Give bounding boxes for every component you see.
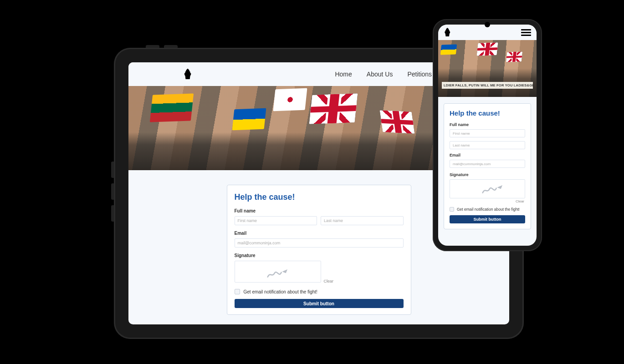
hero-image-mobile: LDIER FALLS, PUTIN WILL ME FOR YOU LADIE… [438, 40, 537, 97]
notify-checkbox-label: Get email notification about the fight! [457, 207, 520, 212]
hamburger-menu-icon[interactable] [521, 29, 531, 36]
phone-screen: LDIER FALLS, PUTIN WILL ME FOR YOU LADIE… [438, 25, 537, 246]
notify-checkbox[interactable] [450, 207, 454, 212]
flag-icon [477, 42, 498, 56]
flag-icon [232, 108, 266, 130]
petition-form: Help the cause! Full name First name Las… [227, 185, 411, 315]
phone-device: LDIER FALLS, PUTIN WILL ME FOR YOU LADIE… [433, 19, 542, 251]
signature-pad[interactable] [235, 261, 321, 283]
last-name-input[interactable]: Last name [450, 141, 525, 149]
form-title: Help the cause! [450, 109, 525, 117]
flag-icon [506, 51, 522, 62]
first-name-input[interactable]: First name [450, 129, 525, 137]
flag-icon [309, 93, 358, 124]
flag-icon [150, 93, 194, 122]
first-name-input[interactable]: First name [235, 216, 317, 225]
label-signature: Signature [235, 253, 404, 258]
phone-camera-icon [485, 22, 490, 27]
label-full-name: Full name [235, 208, 404, 213]
nav-item-home[interactable]: Home [335, 71, 352, 78]
signature-mark-icon [482, 184, 505, 195]
petition-form-mobile: Help the cause! Full name First name Las… [444, 103, 531, 229]
logo-fist-icon [444, 27, 452, 37]
label-signature: Signature [450, 172, 525, 177]
label-email: Email [450, 153, 525, 157]
label-full-name: Full name [450, 122, 525, 127]
label-email: Email [235, 231, 404, 236]
flag-icon [273, 88, 307, 111]
flag-icon [380, 110, 415, 134]
tablet-top-buttons [146, 45, 182, 48]
flag-icon [440, 44, 457, 55]
notify-checkbox[interactable] [235, 289, 240, 294]
notify-checkbox-label: Get email notification about the fight! [244, 289, 317, 294]
clear-signature-button[interactable]: Clear [450, 199, 524, 203]
signature-mark-icon [267, 269, 290, 278]
signature-pad[interactable] [450, 179, 525, 198]
email-input[interactable]: mail@commoninja.com [450, 160, 525, 168]
email-input[interactable]: mail@commoninja.com [235, 238, 404, 248]
nav-item-about[interactable]: About Us [367, 71, 393, 78]
submit-button[interactable]: Submit button [235, 299, 404, 308]
logo-fist-icon [183, 68, 193, 80]
protest-banner-text: LDIER FALLS, PUTIN WILL ME FOR YOU LADIE… [442, 82, 533, 89]
clear-signature-button[interactable]: Clear [324, 279, 334, 283]
nav-item-petitions[interactable]: Petitions [407, 71, 432, 78]
last-name-input[interactable]: Last name [321, 216, 404, 225]
form-section-mobile: Help the cause! Full name First name Las… [438, 97, 537, 235]
submit-button[interactable]: Submit button [450, 215, 525, 223]
form-title: Help the cause! [235, 192, 404, 202]
tablet-side-buttons [111, 162, 114, 243]
